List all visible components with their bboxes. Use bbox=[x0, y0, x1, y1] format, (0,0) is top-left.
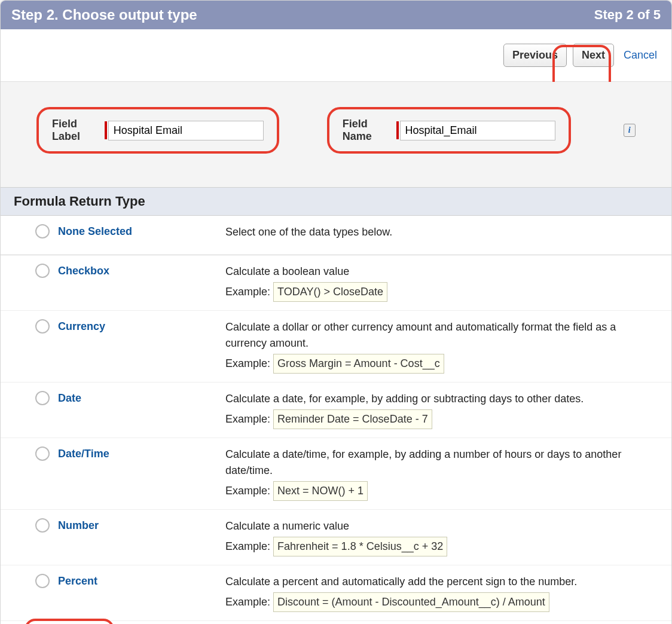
type-description: Calculate a date, for example, by adding… bbox=[225, 391, 671, 429]
step-progress: Step 2 of 5 bbox=[594, 7, 661, 23]
type-desc-text: Calculate a date, for example, by adding… bbox=[225, 391, 653, 407]
radio-number[interactable] bbox=[35, 518, 50, 533]
type-desc-text: Calculate a date/time, for example, by a… bbox=[225, 446, 653, 479]
type-row: Date/TimeCalculate a date/time, for exam… bbox=[1, 438, 671, 510]
info-icon[interactable]: i bbox=[624, 124, 636, 137]
field-name-caption: Field Name bbox=[343, 118, 382, 143]
field-label-caption: Field Label bbox=[52, 118, 90, 143]
type-desc-text: Calculate a boolean value bbox=[225, 264, 653, 280]
example-line: Example: TODAY() > CloseDate bbox=[225, 282, 653, 302]
type-description: Calculate a numeric valueExample: Fahren… bbox=[225, 518, 671, 556]
next-button[interactable]: Next bbox=[573, 44, 614, 67]
example-prefix: Example: bbox=[225, 485, 273, 497]
type-description: Select one of the data types below. bbox=[225, 224, 671, 240]
type-row: PercentCalculate a percent and automatic… bbox=[1, 565, 671, 621]
type-row: DateCalculate a date, for example, by ad… bbox=[1, 383, 671, 438]
wizard-panel: Step 2. Choose output type Step 2 of 5 P… bbox=[0, 0, 672, 624]
example-code: Fahrenheit = 1.8 * Celsius__c + 32 bbox=[273, 537, 447, 556]
type-label[interactable]: Currency bbox=[58, 319, 225, 333]
example-code: Reminder Date = CloseDate - 7 bbox=[273, 409, 432, 429]
type-label[interactable]: Percent bbox=[58, 574, 225, 588]
example-prefix: Example: bbox=[225, 286, 273, 298]
example-prefix: Example: bbox=[225, 413, 273, 425]
example-line: Example: Discount = (Amount - Discounted… bbox=[225, 592, 653, 612]
cancel-link[interactable]: Cancel bbox=[624, 49, 657, 62]
type-row: None SelectedSelect one of the data type… bbox=[1, 216, 671, 255]
previous-button[interactable]: Previous bbox=[503, 44, 567, 67]
radio-currency[interactable] bbox=[35, 319, 50, 334]
example-prefix: Example: bbox=[225, 357, 273, 369]
step-title: Step 2. Choose output type bbox=[11, 7, 197, 23]
example-line: Example: Reminder Date = CloseDate - 7 bbox=[225, 409, 653, 429]
example-prefix: Example: bbox=[225, 596, 273, 608]
example-line: Example: Fahrenheit = 1.8 * Celsius__c +… bbox=[225, 537, 653, 556]
type-desc-text: Select one of the data types below. bbox=[225, 224, 653, 240]
example-line: Example: Gross Margin = Amount - Cost__c bbox=[225, 354, 653, 374]
radio-date[interactable] bbox=[35, 391, 50, 405]
type-description: Calculate a percent and automatically ad… bbox=[225, 574, 671, 612]
example-line: Example: Next = NOW() + 1 bbox=[225, 481, 653, 501]
example-code: Gross Margin = Amount - Cost__c bbox=[273, 354, 444, 374]
type-label[interactable]: Checkbox bbox=[58, 264, 225, 277]
type-row: TextCreate a text string, for example, b… bbox=[1, 621, 671, 624]
type-label[interactable]: Date/Time bbox=[58, 446, 225, 460]
radio-none-selected[interactable] bbox=[35, 224, 50, 238]
type-label[interactable]: Number bbox=[58, 518, 225, 532]
required-indicator bbox=[105, 121, 107, 139]
field-name-input[interactable] bbox=[400, 121, 555, 140]
type-desc-text: Calculate a numeric value bbox=[225, 518, 653, 534]
type-row: CurrencyCalculate a dollar or other curr… bbox=[1, 311, 671, 383]
field-label-group: Field Label bbox=[36, 107, 279, 154]
type-desc-text: Calculate a percent and automatically ad… bbox=[225, 574, 653, 590]
step-header: Step 2. Choose output type Step 2 of 5 bbox=[1, 1, 671, 29]
radio-percent[interactable] bbox=[35, 574, 50, 588]
field-name-group: Field Name bbox=[327, 107, 571, 154]
example-prefix: Example: bbox=[225, 540, 273, 552]
section-title: Formula Return Type bbox=[14, 194, 658, 209]
field-row: Field Label Field Name i bbox=[1, 82, 671, 187]
type-description: Calculate a dollar or other currency amo… bbox=[225, 319, 671, 374]
type-label[interactable]: None Selected bbox=[58, 224, 225, 238]
type-row: CheckboxCalculate a boolean valueExample… bbox=[1, 255, 671, 311]
field-label-input[interactable] bbox=[108, 121, 264, 140]
radio-checkbox[interactable] bbox=[35, 264, 50, 278]
type-label[interactable]: Date bbox=[58, 391, 225, 405]
type-description: Calculate a boolean valueExample: TODAY(… bbox=[225, 264, 671, 302]
type-desc-text: Calculate a dollar or other currency amo… bbox=[225, 319, 653, 351]
type-description: Calculate a date/time, for example, by a… bbox=[225, 446, 671, 501]
type-list: None SelectedSelect one of the data type… bbox=[1, 216, 671, 624]
radio-date-time[interactable] bbox=[35, 446, 50, 461]
required-indicator bbox=[396, 121, 399, 139]
button-bar: Previous Next Cancel bbox=[1, 29, 671, 82]
example-code: Next = NOW() + 1 bbox=[273, 481, 368, 501]
type-row: NumberCalculate a numeric valueExample: … bbox=[1, 510, 671, 565]
example-code: TODAY() > CloseDate bbox=[273, 282, 387, 302]
section-header: Formula Return Type bbox=[1, 187, 671, 216]
example-code: Discount = (Amount - Discounted_Amount__… bbox=[273, 592, 549, 612]
